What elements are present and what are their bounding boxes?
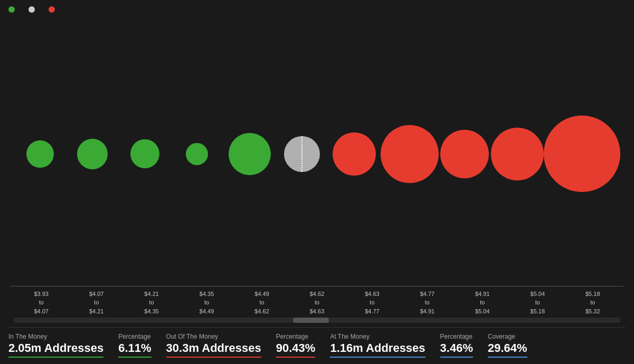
stats-area: In The Money2.05m AddressesPercentage6.1… — [8, 327, 626, 358]
stat-group-2: Out Of The Money30.3m Addresses — [166, 333, 261, 358]
legend-at[interactable] — [29, 6, 38, 13]
bubble-8[interactable] — [440, 130, 489, 178]
stat-value-5: 3.46% — [440, 341, 473, 355]
label-col-8: $4.91to$5.04 — [455, 290, 510, 316]
stat-underline-3 — [276, 357, 316, 358]
bubble-col-6 — [328, 132, 381, 176]
chart-area: $3.93to$4.07$4.07to$4.21$4.21to$4.35$4.3… — [8, 22, 626, 325]
label-col-6: $4.63to$4.77 — [345, 290, 400, 316]
label-range-8: $4.91to$5.04 — [475, 291, 490, 314]
stat-group-5: Percentage3.46% — [440, 333, 473, 358]
legend — [8, 6, 626, 13]
label-col-1: $4.07to$4.21 — [69, 290, 124, 316]
stat-group-1: Percentage6.11% — [118, 333, 151, 358]
bubble-6[interactable] — [333, 132, 376, 176]
bubble-5[interactable] — [284, 136, 320, 172]
label-col-3: $4.35to$4.49 — [179, 290, 234, 316]
bubble-0[interactable] — [26, 140, 54, 168]
stat-value-3: 90.43% — [276, 341, 316, 355]
stat-label-2: Out Of The Money — [166, 333, 261, 340]
bubble-9[interactable] — [491, 128, 544, 180]
bubble-col-3 — [171, 143, 223, 165]
bubble-col-5 — [276, 136, 328, 172]
at-dot — [29, 6, 35, 13]
label-range-6: $4.63to$4.77 — [365, 291, 380, 314]
stat-label-6: Coverage — [488, 333, 527, 340]
label-range-7: $4.77to$4.91 — [420, 291, 435, 314]
stat-group-6: Coverage29.64% — [488, 333, 527, 358]
bubble-col-2 — [119, 139, 171, 168]
main-container: $3.93to$4.07$4.07to$4.21$4.21to$4.35$4.3… — [0, 0, 634, 364]
stats-row: In The Money2.05m AddressesPercentage6.1… — [8, 333, 626, 358]
stat-underline-1 — [118, 357, 151, 358]
bubble-2[interactable] — [130, 139, 159, 168]
in-dot — [8, 6, 15, 13]
bubble-10[interactable] — [544, 116, 620, 192]
stat-label-3: Percentage — [276, 333, 316, 340]
label-col-4: $4.49to$4.62 — [234, 290, 289, 316]
label-col-2: $4.21to$4.35 — [124, 290, 179, 316]
label-range-10: $5.18to$5.32 — [585, 291, 600, 314]
scrollbar[interactable] — [14, 318, 620, 323]
bubble-col-7 — [381, 125, 439, 183]
label-range-1: $4.07to$4.21 — [89, 291, 104, 314]
bubble-col-0 — [14, 140, 66, 168]
label-col-9: $5.04to$5.18 — [510, 290, 565, 316]
stat-underline-2 — [166, 357, 261, 358]
stat-value-2: 30.3m Addresses — [166, 341, 261, 355]
bubble-col-1 — [66, 139, 118, 169]
bubble-col-8 — [439, 130, 491, 178]
stat-group-3: Percentage90.43% — [276, 333, 316, 358]
stat-underline-5 — [440, 357, 473, 358]
legend-out[interactable] — [49, 6, 58, 13]
bubble-3[interactable] — [186, 143, 208, 165]
stat-underline-4 — [330, 357, 425, 358]
stat-label-5: Percentage — [440, 333, 473, 340]
bubble-7[interactable] — [381, 125, 439, 183]
stat-label-4: At The Money — [330, 333, 425, 340]
stat-underline-6 — [488, 357, 527, 358]
label-range-5: $4.62to$4.63 — [310, 291, 325, 314]
stat-group-0: In The Money2.05m Addresses — [8, 333, 103, 358]
bubble-col-4 — [223, 133, 276, 175]
label-col-7: $4.77to$4.91 — [400, 290, 455, 316]
stat-value-0: 2.05m Addresses — [8, 341, 103, 355]
label-range-2: $4.21to$4.35 — [144, 291, 159, 314]
label-range-4: $4.49to$4.62 — [254, 291, 269, 314]
stat-label-1: Percentage — [118, 333, 151, 340]
label-range-3: $4.35to$4.49 — [200, 291, 214, 314]
label-range-0: $3.93to$4.07 — [34, 291, 49, 314]
stat-value-1: 6.11% — [118, 341, 151, 355]
bubbles-container — [8, 22, 626, 286]
scrollbar-thumb[interactable] — [293, 318, 329, 323]
stat-label-0: In The Money — [8, 333, 103, 340]
labels-row: $3.93to$4.07$4.07to$4.21$4.21to$4.35$4.3… — [8, 286, 626, 316]
stat-underline-0 — [8, 357, 103, 358]
label-col-10: $5.18to$5.32 — [565, 290, 620, 316]
out-dot — [49, 6, 55, 13]
bubble-col-10 — [544, 116, 620, 192]
stat-value-4: 1.16m Addresses — [330, 341, 425, 355]
bubble-col-9 — [491, 128, 544, 180]
bubble-1[interactable] — [77, 139, 108, 169]
stat-value-6: 29.64% — [488, 341, 527, 355]
bubble-4[interactable] — [229, 133, 271, 175]
legend-in[interactable] — [8, 6, 18, 13]
label-col-0: $3.93to$4.07 — [14, 290, 69, 316]
label-col-5: $4.62to$4.63 — [289, 290, 344, 316]
stat-group-4: At The Money1.16m Addresses — [330, 333, 425, 358]
label-range-9: $5.04to$5.18 — [531, 291, 545, 314]
